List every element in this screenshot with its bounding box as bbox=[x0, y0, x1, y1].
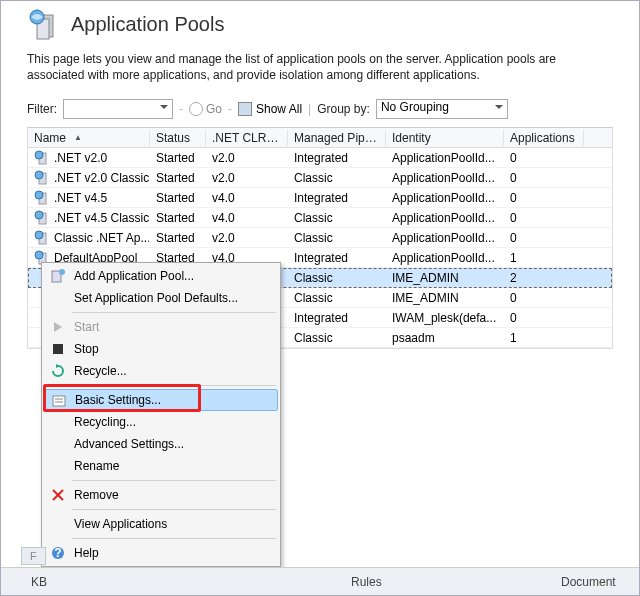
table-row[interactable]: .NET v4.5Startedv4.0IntegratedApplicatio… bbox=[28, 188, 612, 208]
table-row[interactable]: .NET v2.0Startedv2.0IntegratedApplicatio… bbox=[28, 148, 612, 168]
view-tabs[interactable]: F bbox=[21, 545, 46, 567]
footer-document: Document bbox=[561, 575, 616, 589]
sort-asc-icon: ▲ bbox=[74, 133, 82, 142]
svg-point-14 bbox=[35, 251, 43, 259]
menu-view-applications[interactable]: View Applications bbox=[44, 513, 278, 535]
remove-icon bbox=[50, 487, 66, 503]
filter-label: Filter: bbox=[27, 102, 57, 116]
toolbar: Filter: - Go - Show All | Group by: No G… bbox=[1, 95, 639, 123]
filter-input[interactable] bbox=[63, 99, 173, 119]
menu-recycling[interactable]: Recycling... bbox=[44, 411, 278, 433]
table-row[interactable]: Classic .NET Ap...Startedv2.0ClassicAppl… bbox=[28, 228, 612, 248]
menu-add-pool[interactable]: Add Application Pool... bbox=[44, 265, 278, 287]
menu-help[interactable]: ? Help bbox=[44, 542, 278, 564]
svg-point-16 bbox=[59, 269, 65, 275]
tab-features: F bbox=[21, 547, 46, 565]
footer-rules: Rules bbox=[351, 575, 382, 589]
svg-rect-18 bbox=[53, 344, 63, 354]
app-pools-icon bbox=[27, 7, 61, 41]
menu-remove[interactable]: Remove bbox=[44, 484, 278, 506]
svg-point-10 bbox=[35, 211, 43, 219]
svg-text:?: ? bbox=[54, 546, 61, 560]
footer-kb: KB bbox=[31, 575, 47, 589]
grid-header[interactable]: Name▲ Status .NET CLR V... Managed Pipel… bbox=[28, 128, 612, 148]
svg-point-4 bbox=[35, 151, 43, 159]
play-icon bbox=[50, 319, 66, 335]
show-all-button[interactable]: Show All bbox=[238, 102, 302, 116]
menu-recycle[interactable]: Recycle... bbox=[44, 360, 278, 382]
svg-point-8 bbox=[35, 191, 43, 199]
svg-point-6 bbox=[35, 171, 43, 179]
svg-rect-20 bbox=[53, 396, 65, 406]
page-description: This page lets you view and manage the l… bbox=[1, 51, 639, 95]
svg-point-12 bbox=[35, 231, 43, 239]
menu-rename[interactable]: Rename bbox=[44, 455, 278, 477]
col-apps: Applications bbox=[504, 130, 584, 146]
svg-marker-17 bbox=[54, 322, 62, 332]
svg-marker-19 bbox=[56, 364, 60, 368]
col-status: Status bbox=[150, 130, 206, 146]
menu-basic-settings[interactable]: Basic Settings... bbox=[44, 389, 278, 411]
page-title: Application Pools bbox=[71, 13, 224, 36]
table-row[interactable]: .NET v2.0 ClassicStartedv2.0ClassicAppli… bbox=[28, 168, 612, 188]
groupby-select[interactable]: No Grouping bbox=[376, 99, 508, 119]
col-pipeline: Managed Pipel... bbox=[288, 130, 386, 146]
stop-icon bbox=[50, 341, 66, 357]
menu-advanced-settings[interactable]: Advanced Settings... bbox=[44, 433, 278, 455]
col-clr: .NET CLR V... bbox=[206, 130, 288, 146]
footer: KB Rules Document bbox=[1, 567, 639, 595]
table-row[interactable]: .NET v4.5 ClassicStartedv4.0ClassicAppli… bbox=[28, 208, 612, 228]
groupby-label: Group by: bbox=[317, 102, 370, 116]
col-name: Name▲ bbox=[28, 130, 150, 146]
go-button[interactable]: Go bbox=[189, 102, 222, 116]
menu-stop[interactable]: Stop bbox=[44, 338, 278, 360]
settings-icon bbox=[51, 393, 67, 409]
menu-set-defaults[interactable]: Set Application Pool Defaults... bbox=[44, 287, 278, 309]
menu-start: Start bbox=[44, 316, 278, 338]
col-identity: Identity bbox=[386, 130, 504, 146]
add-pool-icon bbox=[50, 268, 66, 284]
help-icon: ? bbox=[50, 545, 66, 561]
context-menu: Add Application Pool... Set Application … bbox=[41, 262, 281, 567]
recycle-icon bbox=[50, 363, 66, 379]
